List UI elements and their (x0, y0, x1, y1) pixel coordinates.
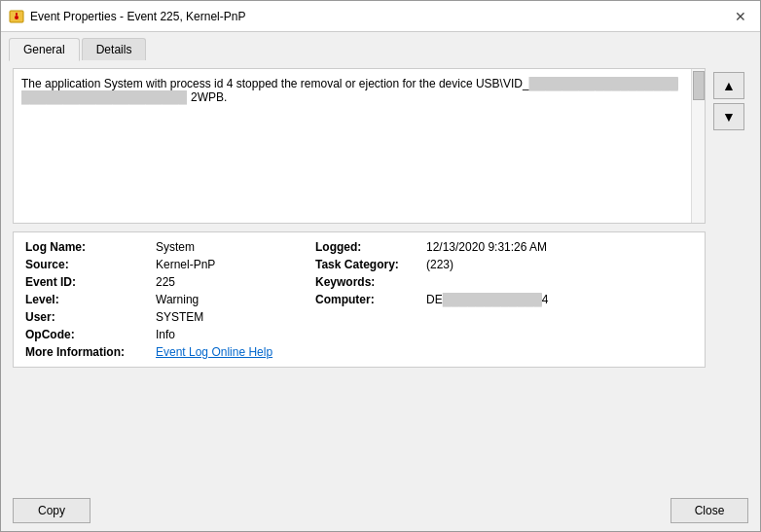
close-dialog-button[interactable]: Close (670, 498, 748, 523)
event-id-value: 225 (156, 275, 311, 289)
user-label: User: (25, 310, 152, 324)
event-log-online-help-link[interactable]: Event Log Online Help (156, 345, 311, 359)
navigate-up-button[interactable]: ▲ (713, 72, 744, 99)
copy-button[interactable]: Copy (13, 498, 91, 523)
level-label: Level: (25, 293, 152, 306)
navigate-down-button[interactable]: ▼ (713, 103, 744, 130)
svg-point-1 (15, 16, 18, 19)
message-text-part1: The application System with process id 4… (21, 77, 529, 90)
svg-rect-2 (16, 13, 18, 16)
main-area: The application System with process id 4… (13, 68, 748, 482)
tab-bar: General Details (1, 32, 760, 60)
tab-general[interactable]: General (9, 38, 80, 61)
log-name-label: Log Name: (25, 240, 152, 254)
computer-value: DE████████████4 (426, 293, 693, 306)
opcode-label: OpCode: (25, 328, 152, 341)
scrollbar-track[interactable] (691, 69, 705, 223)
opcode-value: Info (156, 328, 311, 341)
event-properties-window: Event Properties - Event 225, Kernel-PnP… (0, 0, 761, 532)
close-button[interactable]: ✕ (729, 5, 752, 28)
log-name-value: System (156, 240, 311, 254)
main-content: The application System with process id 4… (1, 60, 760, 490)
message-text-part2: 2WPB. (191, 90, 227, 104)
computer-label: Computer: (315, 293, 422, 306)
level-value: Warning (156, 293, 311, 306)
redacted-line2: ████████████████████ (21, 90, 187, 104)
logged-value: 12/13/2020 9:31:26 AM (426, 240, 693, 254)
titlebar: Event Properties - Event 225, Kernel-PnP… (1, 1, 760, 32)
left-panel: The application System with process id 4… (13, 68, 706, 482)
keywords-value (426, 275, 693, 289)
scrollbar-thumb[interactable] (693, 71, 705, 100)
task-category-label: Task Category: (315, 258, 422, 271)
computer-redacted: ████████████ (443, 293, 542, 306)
keywords-label: Keywords: (315, 275, 422, 289)
redacted-device: ██████████████████ (529, 77, 678, 90)
source-value: Kernel-PnP (156, 258, 311, 271)
window-title: Event Properties - Event 225, Kernel-PnP (30, 10, 729, 23)
logged-label: Logged: (315, 240, 422, 254)
window-icon (9, 9, 24, 24)
footer: Copy Close (1, 490, 760, 531)
more-info-label: More Information: (25, 345, 152, 359)
navigation-buttons: ▲ ▼ (713, 68, 748, 482)
details-grid: Log Name: System Logged: 12/13/2020 9:31… (13, 231, 706, 368)
source-label: Source: (25, 258, 152, 271)
tab-details[interactable]: Details (82, 38, 147, 60)
task-category-value: (223) (426, 258, 693, 271)
user-value: SYSTEM (156, 310, 311, 324)
message-box[interactable]: The application System with process id 4… (13, 68, 706, 224)
event-id-label: Event ID: (25, 275, 152, 289)
